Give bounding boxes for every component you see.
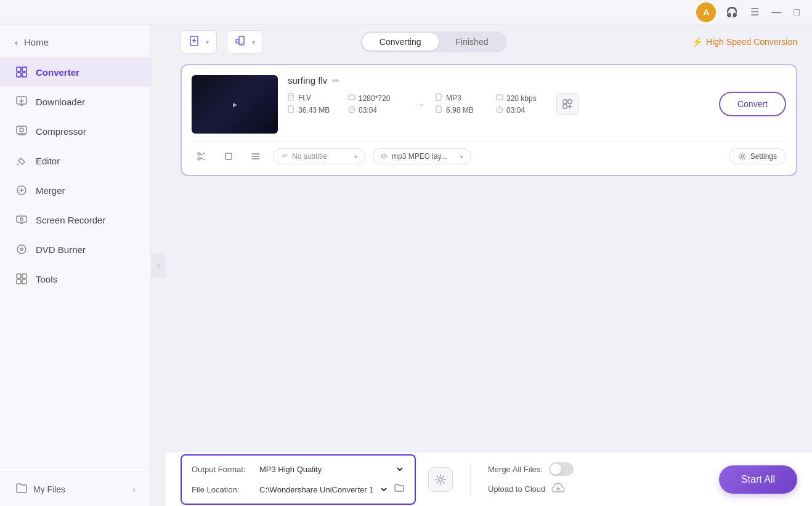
browse-folder-button[interactable] xyxy=(394,483,405,496)
extra-settings-button[interactable] xyxy=(428,467,453,492)
merger-label: Merger xyxy=(36,185,65,196)
svg-point-33 xyxy=(741,155,744,158)
editor-icon xyxy=(15,154,28,167)
convert-button[interactable]: Convert xyxy=(719,92,786,116)
svg-point-6 xyxy=(20,128,23,132)
svg-rect-12 xyxy=(17,274,21,278)
maximize-button[interactable]: □ xyxy=(791,4,802,20)
svg-rect-8 xyxy=(17,216,26,222)
main-content: ▾ ▾ Converting Finished xyxy=(166,25,812,506)
tab-converting[interactable]: Converting xyxy=(362,33,439,50)
target-meta-2: 320 kbps 03:04 xyxy=(496,94,551,115)
screen-recorder-icon xyxy=(15,213,28,227)
svg-point-11 xyxy=(20,248,23,251)
more-tools-button[interactable] xyxy=(246,148,266,165)
upload-cloud-button[interactable] xyxy=(551,482,565,496)
file-name-row: surfing flv ✏ xyxy=(288,75,786,86)
add-file-button[interactable]: ▾ xyxy=(181,30,217,54)
sidebar-item-dvd-burner[interactable]: DVD Burner xyxy=(0,235,150,264)
headphone-button[interactable]: 🎧 xyxy=(723,4,741,20)
subtitle-select[interactable]: No subtitle ▾ xyxy=(273,148,365,164)
svg-point-30 xyxy=(198,153,200,155)
tools-label: Tools xyxy=(36,274,57,284)
upload-cloud-label: Upload to Cloud xyxy=(488,484,545,494)
svg-point-31 xyxy=(198,158,200,160)
sidebar-item-converter[interactable]: Converter xyxy=(0,57,150,87)
target-file-icon xyxy=(436,93,443,103)
sidebar-collapse-button[interactable]: ‹ xyxy=(151,253,166,278)
toggle-thumb xyxy=(550,464,561,475)
output-format-select[interactable]: MP3 High Quality xyxy=(252,462,405,477)
dvd-burner-label: DVD Burner xyxy=(36,244,86,255)
resolution-icon xyxy=(348,94,355,103)
svg-rect-0 xyxy=(17,67,21,71)
source-meta: FLV 36.43 MB xyxy=(288,93,343,115)
merge-label: Merge All Files: xyxy=(488,465,543,474)
tab-finished[interactable]: Finished xyxy=(439,33,506,50)
speed-badge: ⚡ High Speed Conversion xyxy=(692,37,797,47)
sidebar-item-screen-recorder[interactable]: Screen Recorder xyxy=(0,205,150,235)
compressor-icon xyxy=(15,124,28,138)
video-thumbnail: ▶ xyxy=(192,75,278,134)
sidebar-item-compressor[interactable]: Compressor xyxy=(0,116,150,146)
output-format-row: Output Format: MP3 High Quality xyxy=(192,462,405,477)
target-format: MP3 xyxy=(436,93,491,103)
menu-button[interactable]: ☰ xyxy=(748,4,761,20)
sidebar: ‹ Home Converter xyxy=(0,25,151,506)
file-info: surfing flv ✏ FLV xyxy=(288,75,786,116)
audio-arrow: ▾ xyxy=(460,153,463,160)
svg-point-34 xyxy=(439,478,442,481)
converter-label: Converter xyxy=(36,67,79,78)
minimize-button[interactable]: — xyxy=(769,4,784,20)
back-icon: ‹ xyxy=(15,37,18,47)
my-files-icon xyxy=(15,482,27,496)
sidebar-item-editor[interactable]: Editor xyxy=(0,146,150,175)
downloader-label: Downloader xyxy=(36,97,85,107)
target-meta: MP3 6.98 MB xyxy=(436,93,491,115)
add-device-button[interactable]: ▾ xyxy=(227,30,263,54)
svg-rect-24 xyxy=(436,106,441,113)
crop-tool-button[interactable] xyxy=(219,148,238,165)
svg-rect-3 xyxy=(22,73,26,77)
home-nav-item[interactable]: ‹ Home xyxy=(0,30,150,55)
downloader-icon xyxy=(15,95,28,108)
file-card: ▶ surfing flv ✏ xyxy=(181,64,797,176)
svg-point-9 xyxy=(20,218,23,220)
svg-point-18 xyxy=(241,43,242,44)
file-location-label: File Location: xyxy=(192,485,247,494)
source-resolution: 1280*720 xyxy=(348,94,404,103)
file-card-top: ▶ surfing flv ✏ xyxy=(192,75,786,134)
my-files-nav-item[interactable]: My Files › xyxy=(0,472,150,506)
my-files-label: My Files xyxy=(33,484,65,494)
settings-label: Settings xyxy=(750,152,777,161)
svg-rect-25 xyxy=(497,95,503,100)
svg-rect-27 xyxy=(563,100,567,103)
convert-arrow-icon: → xyxy=(413,97,426,111)
target-bitrate: 320 kbps xyxy=(496,94,551,103)
sidebar-item-tools[interactable]: Tools xyxy=(0,264,150,294)
sidebar-item-downloader[interactable]: Downloader xyxy=(0,87,150,116)
speed-label: High Speed Conversion xyxy=(706,37,797,47)
add-device-arrow-icon: ▾ xyxy=(252,39,255,46)
content-area: ▶ surfing flv ✏ xyxy=(166,59,812,452)
svg-point-10 xyxy=(17,245,26,254)
sidebar-item-merger[interactable]: Merger xyxy=(0,175,150,205)
target-size: 6.98 MB xyxy=(436,105,491,115)
edit-name-icon[interactable]: ✏ xyxy=(332,76,339,86)
settings-button[interactable]: Settings xyxy=(729,148,786,164)
editor-label: Editor xyxy=(36,156,60,166)
file-settings-icon-button[interactable] xyxy=(556,93,579,115)
merge-toggle[interactable] xyxy=(549,462,574,476)
file-icon xyxy=(288,93,295,103)
svg-rect-28 xyxy=(568,100,572,103)
target-duration: 03:04 xyxy=(496,106,551,115)
start-all-button[interactable]: Start All xyxy=(719,465,797,494)
merge-section: Merge All Files: Upload to Cloud xyxy=(488,462,574,496)
converter-icon xyxy=(15,65,28,79)
bitrate-icon xyxy=(496,94,503,103)
cut-tool-button[interactable] xyxy=(192,148,211,165)
audio-track-select[interactable]: mp3 MPEG lay... ▾ xyxy=(373,148,471,164)
compressor-label: Compressor xyxy=(36,126,86,137)
file-location-row: File Location: C:\Wondershare UniConvert… xyxy=(192,482,405,497)
file-location-select[interactable]: C:\Wondershare UniConverter 1 xyxy=(252,482,389,497)
